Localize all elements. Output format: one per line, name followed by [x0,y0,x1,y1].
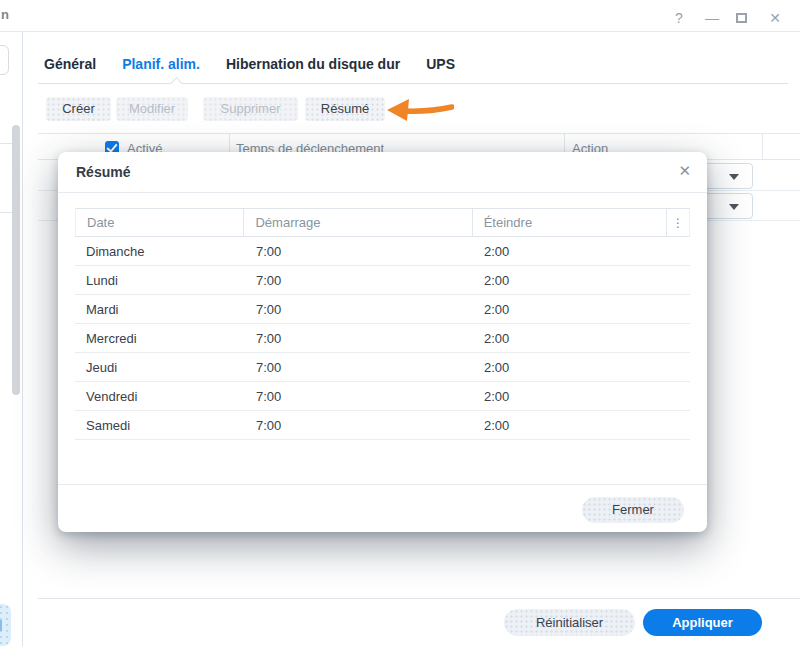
close-dialog-button[interactable]: Fermer [582,497,684,523]
cell-stop: 2:00 [473,295,668,323]
tab-general[interactable]: Général [44,56,96,72]
sidebar-cropped-control [0,45,9,75]
create-button[interactable]: Créer [46,97,111,121]
cell-start: 7:00 [244,353,473,381]
summary-table-header: Date Démarrage Éteindre ⋮ [75,208,690,237]
sidebar-cropped-button-accent [0,620,2,631]
dialog-footer-divider [58,484,707,485]
footer-divider [38,598,800,599]
cell-start: 7:00 [244,324,473,352]
summary-dialog: Résumé ✕ Date Démarrage Éteindre ⋮ Diman… [58,152,707,532]
column-settings-icon[interactable]: ⋮ [667,209,689,236]
cell-date: Lundi [75,266,244,294]
modify-button: Modifier [116,97,188,121]
cell-start: 7:00 [244,266,473,294]
active-tab-notch [170,77,183,90]
maximize-icon[interactable] [736,13,747,23]
reset-button[interactable]: Réinitialiser [504,609,635,636]
table-row: Samedi 7:00 2:00 [75,411,690,440]
schedule-table-top-border [38,133,800,134]
dialog-header-divider [58,192,707,193]
summary-button[interactable]: Résumé [305,97,385,121]
minimize-icon[interactable]: — [701,9,723,27]
dialog-close-icon[interactable]: ✕ [678,162,691,180]
tab-bar: Général Planif. alim. Hibernation du dis… [44,56,455,72]
cell-date: Samedi [75,411,244,439]
tab-underline [38,83,788,84]
table-row: Lundi 7:00 2:00 [75,266,690,295]
cell-stop: 2:00 [473,382,668,410]
tab-hdd-hibernation[interactable]: Hibernation du disque dur [226,56,400,72]
control-panel-window: n ? — ✕ Général Planif. alim. Hibernatio… [0,0,800,646]
cell-stop: 2:00 [473,237,668,265]
table-row: Mardi 7:00 2:00 [75,295,690,324]
tab-ups[interactable]: UPS [426,56,455,72]
cell-start: 7:00 [244,295,473,323]
cell-start: 7:00 [244,411,473,439]
table-row: Mercredi 7:00 2:00 [75,324,690,353]
chevron-down-icon [729,204,739,210]
sidebar-divider [22,32,23,646]
cell-stop: 2:00 [473,324,668,352]
column-start[interactable]: Démarrage [244,209,472,236]
cell-date: Dimanche [75,237,244,265]
delete-button: Supprimer [203,97,298,121]
cell-stop: 2:00 [473,266,668,294]
column-stop[interactable]: Éteindre [473,209,667,236]
titlebar-text-fragment: n [1,7,9,22]
tab-power-schedule[interactable]: Planif. alim. [122,56,200,72]
sidebar-scrollbar-thumb[interactable] [12,125,20,395]
cell-date: Mardi [75,295,244,323]
help-icon[interactable]: ? [668,9,690,27]
cell-start: 7:00 [244,237,473,265]
close-window-icon[interactable]: ✕ [764,9,786,27]
cell-stop: 2:00 [473,411,668,439]
schedule-header-divider [762,134,763,159]
chevron-down-icon [729,174,739,180]
cell-date: Jeudi [75,353,244,381]
cell-stop: 2:00 [473,353,668,381]
table-row: Dimanche 7:00 2:00 [75,237,690,266]
annotation-arrow-icon [386,94,454,126]
cell-date: Mercredi [75,324,244,352]
apply-button[interactable]: Appliquer [643,609,762,636]
dialog-title: Résumé [76,164,130,180]
summary-table: Date Démarrage Éteindre ⋮ Dimanche 7:00 … [75,208,690,440]
column-date[interactable]: Date [76,209,244,236]
table-row: Vendredi 7:00 2:00 [75,382,690,411]
cell-start: 7:00 [244,382,473,410]
cell-date: Vendredi [75,382,244,410]
table-row: Jeudi 7:00 2:00 [75,353,690,382]
